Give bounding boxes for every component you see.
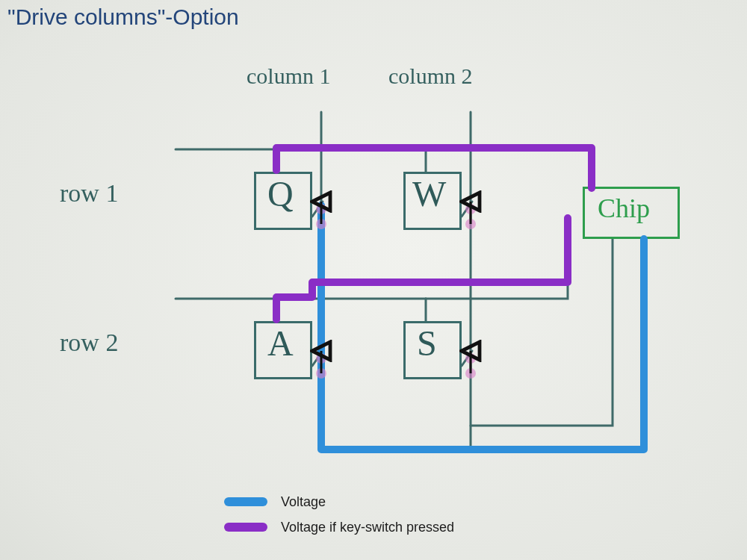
legend-voltage-pressed: Voltage if key-switch pressed (224, 514, 454, 540)
legend-voltage-label: Voltage (281, 494, 326, 510)
diagram-title: "Drive columns"-Option (7, 4, 239, 30)
legend-voltage-pressed-label: Voltage if key-switch pressed (281, 520, 454, 535)
legend-voltage-swatch (224, 497, 267, 506)
legend: Voltage Voltage if key-switch pressed (224, 489, 454, 540)
legend-voltage-pressed-swatch (224, 523, 267, 532)
legend-voltage: Voltage (224, 489, 454, 514)
diode-arrows (0, 0, 747, 560)
